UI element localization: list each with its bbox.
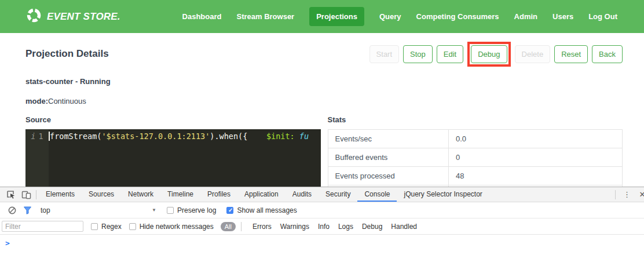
tab-security[interactable]: Security: [319, 187, 357, 202]
divider: [36, 190, 36, 199]
code-token-function: fu: [299, 131, 309, 142]
show-all-messages-group: Show all messages: [226, 206, 297, 214]
tab-timeline[interactable]: Timeline: [160, 187, 200, 202]
code-token-string: '$stats-127.0.0.1:2113': [101, 131, 210, 142]
table-row: Buffered events 0: [328, 148, 623, 167]
stat-label: Events/sec: [328, 130, 448, 148]
filter-input[interactable]: [2, 221, 83, 232]
tab-sources[interactable]: Sources: [82, 187, 121, 202]
code-token: ).when({: [210, 131, 247, 142]
filter-level-debug[interactable]: Debug: [362, 223, 382, 231]
show-all-messages-checkbox[interactable]: [226, 207, 233, 214]
stat-label: Buffered events: [328, 148, 448, 167]
console-prompt-chevron: >: [5, 239, 10, 247]
brand[interactable]: EVENT STORE.: [26, 8, 120, 26]
delete-button[interactable]: Delete: [515, 45, 551, 63]
start-button[interactable]: Start: [369, 45, 399, 63]
devtools-menu-icon[interactable]: ⋮: [618, 190, 636, 199]
devtools-panel: Elements Sources Network Timeline Profil…: [0, 187, 644, 255]
filter-level-errors[interactable]: Errors: [253, 223, 272, 231]
tab-jquery-selector-inspector[interactable]: jQuery Selector Inspector: [397, 187, 489, 202]
code-token: fromStream(: [50, 131, 101, 142]
mode-value: Continuous: [48, 97, 86, 105]
code-token: [247, 131, 266, 142]
execution-context-value: top: [41, 206, 50, 214]
nav-item-logout[interactable]: Log Out: [588, 12, 617, 21]
chevron-down-icon: ▼: [152, 207, 156, 213]
table-row: Events/sec 0.0: [328, 130, 623, 148]
stat-value: 48: [448, 167, 622, 185]
nav-item-stream-browser[interactable]: Stream Browser: [236, 12, 294, 21]
filter-level-info[interactable]: Info: [318, 223, 330, 231]
clear-console-icon[interactable]: [5, 203, 20, 217]
code-token-key: $init:: [266, 131, 295, 142]
top-navbar: EVENT STORE. Dashboard Stream Browser Pr…: [0, 0, 644, 33]
preserve-log-label: Preserve log: [177, 206, 216, 214]
filter-all-button[interactable]: All: [221, 222, 236, 231]
nav-item-dashboard[interactable]: Dashboard: [182, 12, 222, 21]
code-token: [295, 131, 299, 142]
hide-network-messages-label: Hide network messages: [140, 223, 214, 231]
stat-value: 0: [448, 148, 622, 167]
device-toolbar-icon[interactable]: [19, 188, 34, 202]
main-nav: Dashboard Stream Browser Projections Que…: [182, 7, 617, 26]
nav-item-query[interactable]: Query: [379, 12, 401, 21]
stats-heading: Stats: [328, 115, 623, 124]
preserve-log-group: Preserve log: [167, 206, 216, 214]
mode-label: mode:: [25, 97, 48, 105]
tab-elements[interactable]: Elements: [39, 187, 82, 202]
devtools-tabbar: Elements Sources Network Timeline Profil…: [0, 187, 644, 202]
projection-mode: mode:Continuous: [25, 97, 623, 105]
page-title: Projection Details: [25, 48, 109, 60]
tab-network[interactable]: Network: [121, 187, 160, 202]
divider: [241, 222, 241, 231]
filter-level-logs[interactable]: Logs: [338, 223, 353, 231]
preserve-log-checkbox[interactable]: [167, 207, 174, 214]
tab-console[interactable]: Console: [357, 187, 397, 202]
regex-group: Regex: [91, 223, 122, 231]
gutter-line-number: 1: [39, 132, 43, 141]
console-toolbar: top ▼ Preserve log Show all messages: [0, 202, 644, 218]
source-heading: Source: [25, 115, 321, 124]
inspect-element-icon[interactable]: [3, 188, 19, 202]
regex-checkbox[interactable]: [91, 223, 98, 230]
nav-item-competing-consumers[interactable]: Competing Consumers: [416, 12, 499, 21]
hide-network-group: Hide network messages: [129, 223, 214, 231]
filter-level-handled[interactable]: Handled: [391, 223, 417, 231]
brand-text: EVENT STORE.: [47, 11, 120, 23]
eventstore-logo-icon: [26, 8, 42, 26]
divider: [615, 190, 616, 199]
tab-application[interactable]: Application: [237, 187, 286, 202]
filter-funnel-icon[interactable]: [20, 203, 35, 217]
projection-name-status: stats-counter - Running: [25, 77, 623, 86]
tab-audits[interactable]: Audits: [286, 187, 319, 202]
table-row: Events processed 48: [328, 167, 623, 185]
tab-profiles[interactable]: Profiles: [200, 187, 237, 202]
reset-button[interactable]: Reset: [554, 45, 588, 63]
stat-value: 0.0: [448, 130, 622, 148]
console-output[interactable]: >: [0, 235, 644, 247]
stat-label: Events processed: [328, 167, 448, 185]
nav-item-users[interactable]: Users: [552, 12, 573, 21]
devtools-close-icon[interactable]: ✕: [636, 190, 644, 199]
console-filterbar: Regex Hide network messages All Errors W…: [0, 218, 644, 235]
nav-item-projections[interactable]: Projections: [309, 7, 364, 26]
nav-item-admin[interactable]: Admin: [514, 12, 537, 21]
gutter-annotation-icon: i: [31, 132, 35, 141]
regex-label: Regex: [101, 223, 122, 231]
show-all-messages-label: Show all messages: [237, 206, 297, 214]
debug-highlight-annotation: Debug: [467, 42, 510, 67]
back-button[interactable]: Back: [592, 45, 623, 63]
projection-action-buttons: Start Stop Edit Debug Delete Reset Back: [369, 42, 623, 67]
stop-button[interactable]: Stop: [403, 45, 433, 63]
hide-network-messages-checkbox[interactable]: [129, 223, 136, 230]
edit-button[interactable]: Edit: [437, 45, 463, 63]
execution-context-select[interactable]: top ▼: [41, 206, 156, 214]
debug-button[interactable]: Debug: [471, 45, 507, 63]
filter-level-warnings[interactable]: Warnings: [280, 223, 309, 231]
